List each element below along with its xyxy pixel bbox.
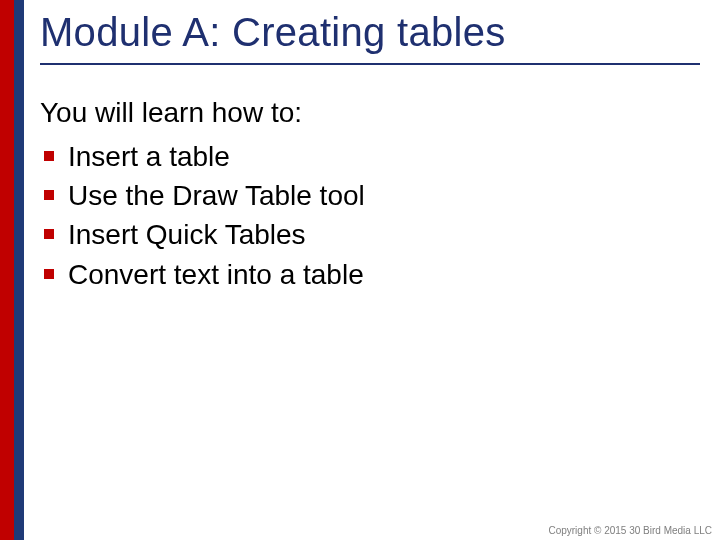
bullet-list: Insert a table Use the Draw Table tool I… [40, 137, 700, 294]
copyright-text: Copyright © 2015 30 Bird Media LLC [548, 525, 712, 536]
list-item: Insert Quick Tables [44, 215, 700, 254]
list-item: Convert text into a table [44, 255, 700, 294]
slide-content: Module A: Creating tables You will learn… [40, 10, 700, 294]
intro-text: You will learn how to: [40, 97, 700, 129]
accent-stripe-blue [14, 0, 24, 540]
list-item: Insert a table [44, 137, 700, 176]
list-item: Use the Draw Table tool [44, 176, 700, 215]
accent-stripe-red [0, 0, 14, 540]
title-underline [40, 63, 700, 65]
slide-title: Module A: Creating tables [40, 10, 700, 55]
